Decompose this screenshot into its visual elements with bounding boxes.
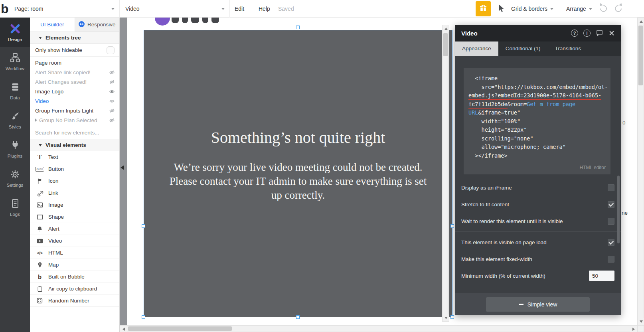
minimum-width-input[interactable]: [589, 271, 614, 281]
collapse-left-panel-handle[interactable]: [121, 165, 124, 170]
nav-item-styles[interactable]: Styles: [0, 105, 30, 134]
tree-item-video[interactable]: Video: [30, 96, 119, 106]
close-icon[interactable]: [608, 30, 615, 37]
property-editor-body: <iframe src="https://tokbox.com/embed/em…: [455, 56, 621, 293]
tree-item-alert-share[interactable]: Alert Share link copied!: [30, 67, 119, 77]
element-selector-dropdown[interactable]: Video: [120, 0, 230, 18]
plug-icon: [9, 139, 21, 151]
visibility-eye-off-icon[interactable]: [109, 118, 115, 123]
tree-item-alert-changes[interactable]: Alert Changes saved!: [30, 77, 119, 87]
visibility-eye-off-icon[interactable]: [109, 109, 115, 113]
only-show-hideable-checkbox[interactable]: [107, 46, 115, 54]
palette-item-random-number[interactable]: Random Number: [30, 295, 119, 307]
palette-item-link[interactable]: Link: [30, 187, 119, 199]
window-scrollbar-thumb[interactable]: [638, 26, 643, 85]
panel-scrollbar-thumb[interactable]: [617, 176, 620, 243]
tab-conditional[interactable]: Conditional (1): [498, 42, 548, 56]
display-as-iframe-checkbox[interactable]: [608, 184, 614, 191]
selection-handle-bottom-left[interactable]: [142, 315, 145, 319]
wait-to-render-checkbox[interactable]: [608, 218, 614, 225]
nav-item-design[interactable]: Design: [0, 18, 30, 47]
nav-item-plugins[interactable]: Plugins: [0, 134, 30, 163]
horizontal-scrollbar-thumb[interactable]: [128, 326, 232, 331]
expand-caret-icon[interactable]: [35, 119, 37, 122]
palette-item-built-on-bubble[interactable]: b Built on Bubble: [30, 271, 119, 283]
tree-item-group-form-inputs[interactable]: Group Form Inputs Light: [30, 106, 119, 115]
visible-on-load-checkbox[interactable]: [608, 239, 614, 246]
scroll-left-arrow-icon[interactable]: [120, 326, 127, 332]
video-element[interactable]: Something’s not quite right We’re sorry …: [144, 30, 452, 317]
nav-item-logs[interactable]: Logs: [0, 192, 30, 221]
palette-item-shape[interactable]: Shape: [30, 211, 119, 223]
palette-item-air-copy[interactable]: Air copy to clipboard: [30, 283, 119, 295]
nav-item-workflow[interactable]: Workflow: [0, 47, 30, 76]
property-editor-header[interactable]: Video ? i: [455, 25, 621, 42]
canvas-horizontal-scrollbar[interactable]: [120, 325, 637, 332]
palette-item-icon[interactable]: Icon: [30, 175, 119, 187]
palette-item-text[interactable]: T Text: [30, 151, 119, 163]
palette-item-label: Image: [48, 202, 63, 208]
help-icon[interactable]: ?: [571, 30, 578, 37]
canvas-scrollbar-thumb[interactable]: [443, 33, 448, 56]
video-error-title: Something’s not quite right: [144, 128, 452, 147]
tab-appearance[interactable]: Appearance: [455, 42, 498, 56]
palette-item-alert[interactable]: Alert: [30, 223, 119, 235]
selection-handle-left[interactable]: [142, 224, 145, 228]
palette-item-video[interactable]: Video: [30, 235, 119, 247]
palette-item-label: Button: [48, 166, 64, 172]
redo-button[interactable]: [613, 4, 623, 13]
tree-item-page-room[interactable]: Page room: [30, 58, 119, 67]
visibility-eye-off-icon[interactable]: [109, 80, 115, 84]
nav-item-settings[interactable]: Settings: [0, 163, 30, 192]
visibility-eye-off-icon[interactable]: [109, 70, 115, 75]
palette-item-label: Icon: [48, 178, 59, 184]
arrange-dropdown[interactable]: Arrange: [566, 0, 592, 18]
visual-elements-header[interactable]: Visual elements: [30, 139, 119, 151]
cursor-tool-icon[interactable]: [497, 4, 506, 13]
tab-responsive[interactable]: Responsive: [75, 18, 120, 32]
selection-handle-bottom-right[interactable]: [450, 315, 454, 319]
scroll-right-arrow-icon[interactable]: [630, 326, 637, 332]
canvas-vertical-scrollbar[interactable]: [442, 25, 449, 322]
tree-item-label: Group No Plan Selected: [39, 117, 97, 123]
tree-item-image-logo[interactable]: Image Logo: [30, 87, 119, 96]
tab-ui-builder[interactable]: UI Builder: [30, 18, 75, 32]
selection-handle-top-center[interactable]: [296, 26, 300, 29]
image-icon: [36, 201, 44, 209]
selection-handle-right[interactable]: [450, 224, 454, 228]
simple-view-button[interactable]: Simple view: [486, 297, 590, 312]
scroll-up-arrow-icon[interactable]: [638, 18, 644, 25]
comment-icon[interactable]: [596, 30, 603, 37]
search-input[interactable]: [30, 126, 119, 139]
palette-item-button[interactable]: CLICK Button: [30, 163, 119, 175]
scroll-down-arrow-icon[interactable]: [443, 314, 449, 321]
scroll-down-arrow-icon[interactable]: [638, 318, 644, 325]
undo-button[interactable]: [599, 4, 608, 13]
palette-item-html[interactable]: </> HTML: [30, 247, 119, 259]
visibility-eye-icon[interactable]: [109, 89, 115, 94]
code-text: width="100%": [468, 118, 520, 125]
elements-tree-header[interactable]: Elements tree: [30, 32, 119, 44]
fixed-width-checkbox[interactable]: [608, 256, 614, 263]
tab-transitions[interactable]: Transitions: [548, 42, 589, 56]
tree-item-group-no-plan[interactable]: Group No Plan Selected: [30, 115, 119, 125]
selection-handle-bottom-center[interactable]: [296, 315, 300, 319]
menu-help[interactable]: Help: [255, 0, 274, 18]
dynamic-expression-link[interactable]: URL: [468, 109, 478, 116]
grid-borders-dropdown[interactable]: Grid & borders: [511, 0, 553, 18]
info-icon[interactable]: i: [583, 30, 591, 37]
window-vertical-scrollbar[interactable]: [637, 18, 644, 325]
scroll-up-arrow-icon[interactable]: [443, 25, 449, 32]
code-text: allow="microphone; camera": [468, 144, 566, 150]
visibility-eye-icon[interactable]: [109, 99, 115, 103]
menu-edit[interactable]: Edit: [231, 0, 248, 18]
dynamic-expression-link[interactable]: Get m from page: [527, 101, 575, 107]
nav-item-data[interactable]: Data: [0, 76, 30, 105]
html-code-editor[interactable]: <iframe src="https://tokbox.com/embed/em…: [464, 68, 610, 174]
stretch-to-fit-checkbox[interactable]: [608, 201, 614, 208]
palette-item-map[interactable]: Map: [30, 259, 119, 271]
page-selector-dropdown[interactable]: Page: room: [9, 0, 120, 18]
code-text: &iframe=true": [478, 109, 520, 116]
gift-button[interactable]: [476, 1, 491, 16]
palette-item-image[interactable]: Image: [30, 199, 119, 211]
